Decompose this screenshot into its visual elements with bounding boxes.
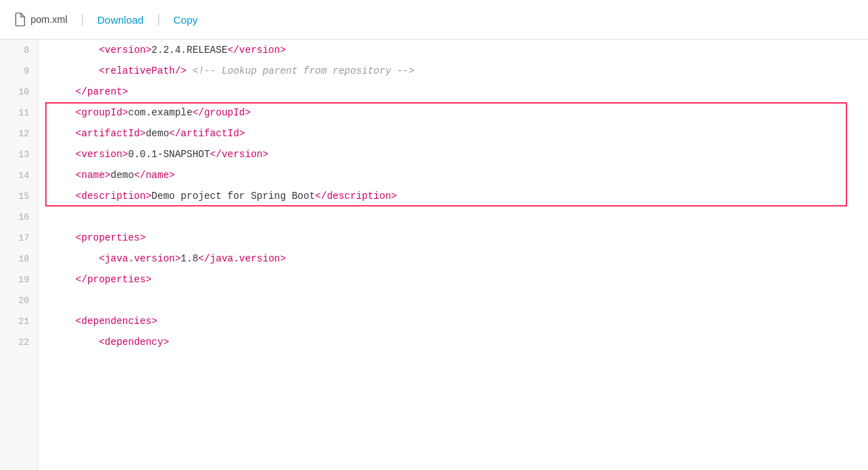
code-line-15: <description>Demo project for Spring Boo…	[38, 186, 868, 206]
tag-open: <version>	[76, 149, 129, 160]
line-number: 17	[0, 227, 38, 248]
tag-content: Demo project for Spring Boot	[152, 191, 315, 202]
indent	[52, 274, 76, 285]
code-line-10: </parent>	[38, 81, 868, 102]
indent	[52, 232, 76, 243]
line-number: 14	[0, 165, 38, 186]
code-line-17: <properties>	[38, 227, 868, 248]
tag-content: 0.0.1-SNAPSHOT	[128, 149, 210, 160]
code-line-13: <version>0.0.1-SNAPSHOT</version>	[38, 144, 868, 165]
indent	[52, 86, 76, 97]
code-line-22: <dependency>	[38, 332, 868, 352]
code-line-19: </properties>	[38, 269, 868, 290]
line-number: 9	[0, 60, 38, 81]
tag-close: </name>	[134, 170, 175, 181]
code-line-20	[38, 290, 868, 311]
code-line-21: <dependencies>	[38, 311, 868, 332]
tag-close: </description>	[315, 191, 397, 202]
tag-close-parent: </parent>	[76, 86, 129, 97]
tag-open: <version>	[99, 44, 152, 56]
code-line-14: <name>demo</name>	[38, 165, 868, 186]
tag-content: 1.8	[181, 253, 198, 264]
code-line-8: <version>2.2.4.RELEASE</version>	[38, 40, 868, 60]
file-header: pom.xml | Download | Copy	[0, 0, 868, 40]
tag-close: </java.version>	[198, 253, 286, 264]
app-container: pom.xml | Download | Copy 8 9 10 11 12 1…	[0, 0, 868, 470]
code-line-18: <java.version>1.8</java.version>	[38, 248, 868, 269]
code-line-12: <artifactId>demo</artifactId>	[38, 123, 868, 144]
tag-open: <description>	[76, 191, 152, 202]
line-number: 12	[0, 123, 38, 144]
code-line-11: <groupId>com.example</groupId>	[38, 102, 868, 123]
indent	[52, 128, 76, 139]
line-number: 20	[0, 290, 38, 311]
line-number: 10	[0, 81, 38, 102]
tag-content: 2.2.4.RELEASE	[152, 44, 227, 56]
line-number: 16	[0, 206, 38, 227]
comment-text: <!-- Lookup parent from repository -->	[186, 65, 415, 76]
line-number: 13	[0, 144, 38, 165]
filename: pom.xml	[31, 14, 67, 25]
indent	[52, 316, 76, 327]
line-number: 22	[0, 332, 38, 352]
code-line-16	[38, 206, 868, 227]
divider-2: |	[154, 13, 162, 26]
code-container: 8 9 10 11 12 13 14 15 16 17 18 19 20 21 …	[0, 40, 868, 470]
tag-open: <groupId>	[76, 107, 129, 118]
tag-close: </version>	[210, 149, 268, 160]
tag-open: <properties>	[76, 232, 146, 243]
download-link[interactable]: Download	[97, 14, 144, 26]
tag-open: <dependencies>	[76, 316, 158, 327]
divider-1: |	[79, 13, 86, 26]
indent	[52, 107, 76, 118]
tag-self-close: <relativePath/>	[99, 65, 186, 76]
code-line-9: <relativePath/> <!-- Lookup parent from …	[38, 60, 868, 81]
lines-wrapper: <version>2.2.4.RELEASE</version> <relati…	[38, 40, 868, 352]
indent	[52, 65, 99, 76]
code-editor: <version>2.2.4.RELEASE</version> <relati…	[38, 40, 868, 470]
indent	[52, 191, 76, 202]
file-info: pom.xml	[14, 13, 67, 26]
tag-close: </artifactId>	[169, 128, 245, 139]
tag-content: com.example	[128, 107, 192, 118]
indent	[52, 337, 99, 348]
file-icon	[14, 13, 26, 26]
indent	[52, 253, 99, 264]
line-number: 19	[0, 269, 38, 290]
line-number: 11	[0, 102, 38, 123]
line-number: 8	[0, 40, 38, 60]
tag-close: </version>	[227, 44, 286, 56]
tag-open: <java.version>	[99, 253, 181, 264]
tag-open: <artifactId>	[76, 128, 146, 139]
tag-content: demo	[111, 170, 134, 181]
line-number: 21	[0, 311, 38, 332]
line-number: 15	[0, 186, 38, 206]
indent	[52, 44, 99, 56]
copy-link[interactable]: Copy	[173, 14, 198, 26]
line-number: 18	[0, 248, 38, 269]
indent	[52, 170, 76, 181]
tag-open: <name>	[76, 170, 111, 181]
tag-close-properties: </properties>	[76, 274, 152, 285]
tag-open: <dependency>	[99, 337, 169, 348]
tag-content: demo	[145, 128, 169, 139]
line-numbers-panel: 8 9 10 11 12 13 14 15 16 17 18 19 20 21 …	[0, 40, 38, 470]
indent	[52, 149, 76, 160]
tag-close: </groupId>	[193, 107, 251, 118]
